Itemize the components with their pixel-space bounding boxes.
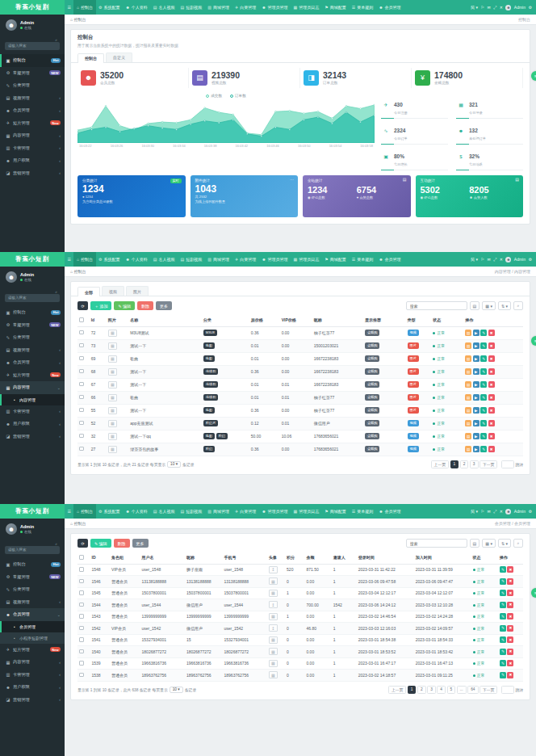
edit-action-button[interactable]: ✎ <box>500 613 506 620</box>
table-search-input[interactable] <box>406 301 467 310</box>
delete-action-button[interactable]: ✖ <box>488 342 495 349</box>
column-header[interactable]: 操作 <box>463 314 523 326</box>
more-button[interactable]: 更多 <box>156 301 172 310</box>
username[interactable]: Admin <box>514 509 526 514</box>
nav-item[interactable]: ☰菜单规则 <box>349 252 375 267</box>
nav-item[interactable]: ▥商城管理 <box>205 252 232 267</box>
edit-action-button[interactable]: ✎ <box>500 590 506 596</box>
page-button[interactable]: 64 <box>467 686 478 694</box>
language-dropdown[interactable]: 简 ▾ <box>471 5 478 10</box>
page-button[interactable]: 5 <box>447 686 456 694</box>
table-row[interactable]: 1540 普通会员 18026877272 18026877272 180268… <box>77 646 523 658</box>
row-checkbox[interactable] <box>79 567 84 572</box>
avatar-icon[interactable]: ▦ <box>269 671 278 678</box>
play-action-button[interactable]: ▶ <box>473 446 479 452</box>
avatar[interactable]: ☻ <box>505 257 511 262</box>
delete-action-button[interactable]: ✖ <box>488 407 495 414</box>
sidebar-item[interactable]: ▥卡密管理‹ <box>0 142 65 155</box>
column-header[interactable]: 用户名 <box>140 552 185 564</box>
play-action-button[interactable]: ▶ <box>473 433 479 439</box>
row-checkbox[interactable] <box>79 579 84 584</box>
thumbnail-icon[interactable]: ▦ <box>108 342 117 350</box>
add-button[interactable]: ＋ 添加 <box>90 301 111 310</box>
bell-icon[interactable]: ⚐ <box>480 509 484 514</box>
edit-action-button[interactable]: ✎ <box>480 394 487 401</box>
sidebar-item[interactable]: ✎分类管理 <box>0 79 65 92</box>
nav-item[interactable]: ▥商城管理 <box>205 0 232 15</box>
fullscreen-icon[interactable]: ⤢ <box>493 257 496 262</box>
delete-action-button[interactable]: ✖ <box>507 613 513 620</box>
close-icon[interactable]: ✕ <box>500 5 503 10</box>
column-header[interactable]: 头像 <box>267 552 285 564</box>
close-icon[interactable]: ✕ <box>500 509 503 514</box>
nav-item[interactable]: ☰ <box>65 504 73 519</box>
refresh-button[interactable]: ⟳ <box>77 301 88 310</box>
column-header[interactable]: 原价格 <box>249 314 280 326</box>
avatar[interactable]: ☻ <box>505 509 511 514</box>
sidebar-item[interactable]: ▪会员管理 <box>0 621 65 632</box>
nav-item[interactable]: ✈白菜管理 <box>232 252 258 267</box>
nav-item[interactable]: ☻个人资料 <box>123 504 150 519</box>
sidebar-item[interactable]: ☻会员管理⌄ <box>0 608 65 621</box>
gear-icon[interactable]: ⚙ <box>529 257 532 262</box>
mail-icon[interactable]: ✉ <box>487 5 490 10</box>
nav-item[interactable]: ☻管理员管理 <box>259 504 291 519</box>
card-menu-icon[interactable]: ▤ <box>515 177 519 182</box>
nav-item[interactable]: ⌂控制台 <box>73 252 95 267</box>
avatar-icon[interactable]: ▦ <box>269 660 278 667</box>
column-header[interactable]: 昵称 <box>312 314 363 326</box>
nav-item[interactable]: ⚙系统配置 <box>96 252 123 267</box>
avatar-icon[interactable]: ↥ <box>269 624 278 632</box>
page-button[interactable]: 下一页 <box>479 686 497 694</box>
nav-item[interactable]: ✈白菜管理 <box>232 0 258 15</box>
row-checkbox[interactable] <box>79 382 84 387</box>
column-header[interactable]: 分类 <box>202 314 249 326</box>
edit-action-button[interactable]: ✎ <box>480 420 487 426</box>
sidebar-item[interactable]: ◪营销管理‹ <box>0 694 65 707</box>
avatar[interactable]: ☻ <box>505 5 511 10</box>
column-header[interactable]: 加入时间 <box>414 552 471 564</box>
nav-item[interactable]: ⚑商城配置 <box>322 0 349 15</box>
column-header[interactable]: 登录时间 <box>357 552 414 564</box>
preview-action-button[interactable]: ▤ <box>465 355 471 362</box>
nav-item[interactable]: ⚙系统配置 <box>96 504 123 519</box>
sidebar-item[interactable]: ▥卡密管理‹ <box>0 669 65 682</box>
delete-action-button[interactable]: ✖ <box>488 368 495 375</box>
row-checkbox[interactable] <box>79 637 84 642</box>
thumbnail-icon[interactable]: ▦ <box>108 368 117 376</box>
row-checkbox[interactable] <box>79 330 84 335</box>
table-row[interactable]: 1544 普通会员 user_1544 微信用户 user_1544 ↥ 0 7… <box>77 599 523 611</box>
sidebar-item[interactable]: ⚙常规管理NEW <box>0 571 65 584</box>
delete-action-button[interactable]: ✖ <box>507 566 513 573</box>
delete-action-button[interactable]: ✖ <box>507 578 513 585</box>
row-checkbox[interactable] <box>79 408 84 413</box>
username[interactable]: Admin <box>514 5 526 10</box>
sidebar-item[interactable]: ◪营销管理‹ <box>0 167 65 180</box>
delete-button[interactable]: 删除 <box>114 539 130 548</box>
sidebar-item[interactable]: ✎分类管理 <box>0 583 65 596</box>
row-checkbox[interactable] <box>79 356 84 361</box>
table-row[interactable]: 1543 普通会员 13999999999 13999999999 139999… <box>77 611 523 623</box>
edit-button[interactable]: ✎ 编辑 <box>114 301 135 310</box>
page-button[interactable]: 3 <box>427 686 436 694</box>
thumbnail-icon[interactable]: ▦ <box>108 446 117 453</box>
table-row[interactable]: 1546 普通会员 13138188888 13138188888 131381… <box>77 576 523 588</box>
jump-label[interactable]: 跳转 <box>515 462 523 467</box>
thumbnail-icon[interactable]: ▦ <box>108 394 117 401</box>
row-checkbox[interactable] <box>79 673 84 678</box>
nav-item[interactable]: ▥商城管理 <box>205 504 232 519</box>
sidebar-item[interactable]: ◪营销管理‹ <box>0 430 65 443</box>
sidebar-item[interactable]: ▤视频管理‹ <box>0 344 65 357</box>
row-checkbox[interactable] <box>79 447 84 452</box>
sidebar-item[interactable]: ⚙常规管理NEW <box>0 67 65 80</box>
nav-item[interactable]: ⌂控制台 <box>73 0 95 15</box>
page-button[interactable]: 1 <box>450 460 459 468</box>
thumbnail-icon[interactable]: ▦ <box>108 355 117 363</box>
preview-action-button[interactable]: ▤ <box>465 433 471 439</box>
clear-filter-button[interactable]: ▤ <box>470 539 480 548</box>
edit-action-button[interactable]: ✎ <box>480 355 487 362</box>
sidebar-item[interactable]: ▦内容管理‹ <box>0 129 65 142</box>
page-button[interactable]: 3 <box>470 460 479 468</box>
select-all-checkbox[interactable] <box>79 317 84 322</box>
page-jump-input[interactable] <box>501 460 514 468</box>
